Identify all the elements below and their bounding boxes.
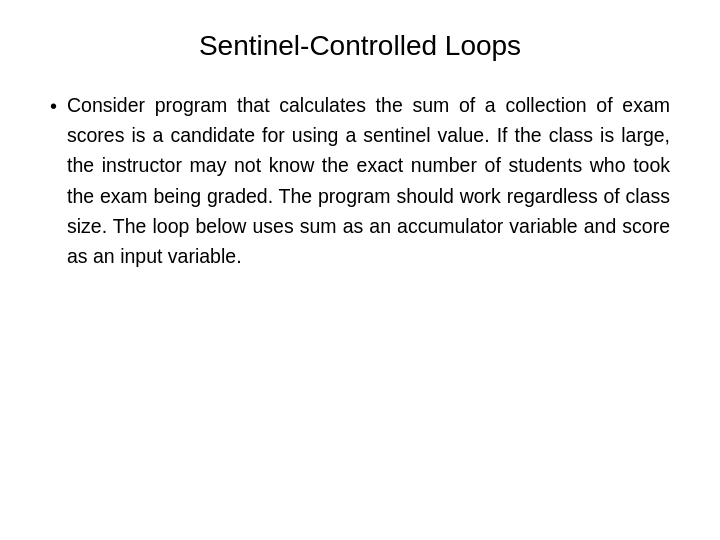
bullet-item: • Consider program that calculates the s… xyxy=(50,90,670,271)
bullet-text: Consider program that calculates the sum… xyxy=(67,90,670,271)
content-area: • Consider program that calculates the s… xyxy=(50,90,670,271)
bullet-dot: • xyxy=(50,91,57,122)
slide-title: Sentinel-Controlled Loops xyxy=(50,30,670,62)
